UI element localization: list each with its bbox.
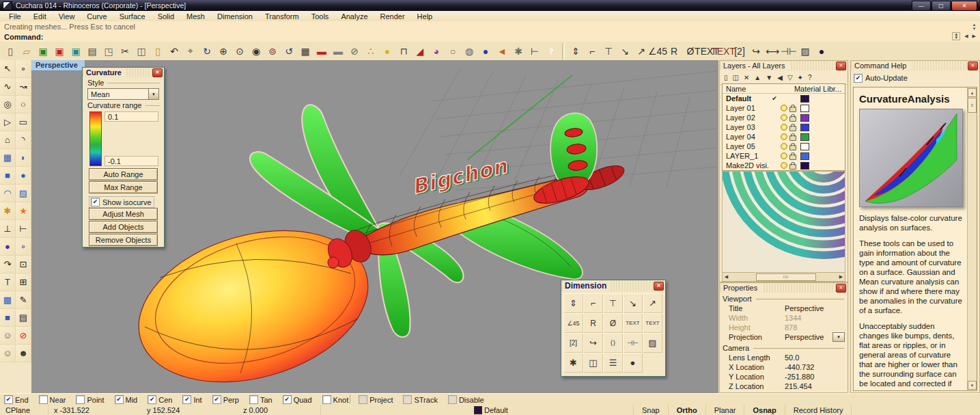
- material-column-header[interactable]: Material Libr...: [794, 85, 841, 93]
- minimize-button[interactable]: —: [912, 1, 931, 11]
- leader-2-icon[interactable]: ↗: [633, 44, 649, 59]
- checkbox-icon[interactable]: [249, 395, 258, 404]
- menu-edit[interactable]: Edit: [27, 11, 53, 21]
- layer-visibility-icon[interactable]: [781, 133, 787, 140]
- export-icon[interactable]: ◳: [100, 44, 117, 59]
- auto-update-checkbox[interactable]: Auto-Update: [851, 70, 979, 83]
- layer-color-swatch[interactable]: [800, 114, 809, 122]
- layer-visibility-icon[interactable]: [781, 162, 787, 169]
- new-layer-icon[interactable]: ▯: [724, 74, 728, 81]
- boolean-difference-icon[interactable]: ∘: [16, 238, 31, 256]
- close-icon[interactable]: ✕: [836, 284, 846, 293]
- color-wheel-icon[interactable]: ◕: [428, 44, 445, 59]
- checkbox-icon[interactable]: [283, 395, 292, 404]
- osnap-toggle[interactable]: Perp: [212, 395, 239, 404]
- layer-tools-icon[interactable]: ✦: [798, 74, 803, 81]
- checkbox-icon[interactable]: [182, 395, 191, 404]
- status-toggle[interactable]: Ortho: [669, 405, 706, 415]
- osnap-toggle[interactable]: Mid: [115, 395, 138, 404]
- paste-icon[interactable]: ▯: [150, 44, 166, 59]
- car-red-icon[interactable]: ▬: [313, 44, 330, 59]
- layers-horizontal-scrollbar[interactable]: ◀ III ▶: [722, 272, 845, 282]
- layer-color-swatch[interactable]: [800, 95, 809, 103]
- lock-icon[interactable]: ⊓: [395, 44, 412, 59]
- osnap-toggle[interactable]: Quad: [283, 395, 312, 404]
- sphere-icon[interactable]: ●: [16, 167, 31, 185]
- layer-row[interactable]: Make2D visi...: [723, 161, 845, 170]
- select-icon[interactable]: ↖: [0, 60, 16, 78]
- layer-lock-icon[interactable]: [789, 107, 796, 112]
- ellipse-icon[interactable]: ○: [16, 96, 31, 113]
- scroll-right-icon[interactable]: ▶: [837, 274, 845, 280]
- boolean-union-icon[interactable]: ●: [0, 238, 16, 256]
- property-value[interactable]: 215.454: [785, 382, 848, 390]
- scrollbar-thumb[interactable]: III: [756, 273, 816, 281]
- osnap-toggle[interactable]: Near: [39, 395, 66, 404]
- pal-dim-radius-icon[interactable]: R: [583, 313, 603, 333]
- osnap-toggle[interactable]: Cen: [148, 395, 172, 404]
- osnap-toggle[interactable]: Disable: [448, 395, 484, 404]
- scroll-down-icon[interactable]: ▼: [968, 381, 977, 390]
- wireframe-sphere-icon[interactable]: ◍: [461, 44, 477, 59]
- layer-color-swatch[interactable]: [800, 152, 809, 160]
- checkbox-icon[interactable]: [448, 395, 457, 404]
- command-prev-icon[interactable]: ◀: [964, 34, 968, 39]
- layer-color-swatch[interactable]: [800, 143, 809, 150]
- ghosted-view-icon[interactable]: ○: [445, 44, 461, 59]
- filter-icon[interactable]: ▽: [787, 74, 793, 81]
- pal-dim-vertical-icon[interactable]: ⇕: [563, 293, 583, 313]
- property-value[interactable]: 1344: [785, 314, 848, 322]
- pal-dim-horizontal-icon[interactable]: ⌐: [583, 293, 603, 313]
- scroll-left-icon[interactable]: ◀: [723, 274, 730, 280]
- layer-row[interactable]: Layer 04: [723, 132, 845, 142]
- point-cloud-icon[interactable]: ∴: [363, 44, 379, 59]
- close-button[interactable]: ✕: [951, 1, 977, 11]
- layer-visibility-icon[interactable]: [781, 114, 787, 121]
- layer-color-swatch[interactable]: [800, 124, 809, 131]
- help-scrollbar[interactable]: ▲ ≡ ▼: [967, 88, 977, 390]
- detail-icon[interactable]: ▤: [16, 309, 31, 327]
- pal-text-block-icon[interactable]: TEXT: [623, 313, 643, 333]
- print-icon[interactable]: ▤: [84, 44, 100, 59]
- dim-radius-icon[interactable]: R: [666, 44, 682, 59]
- pal-dim-tolerance-icon[interactable]: ⊣⊢: [623, 333, 643, 353]
- checkbox-icon[interactable]: [854, 74, 863, 83]
- style-dropdown[interactable]: Mean ▼: [87, 88, 159, 100]
- viewport-title-tab[interactable]: Perspective: [31, 60, 85, 71]
- pal-edit-text-icon[interactable]: TEXT: [643, 313, 662, 333]
- layer-row[interactable]: Default ✔: [723, 94, 845, 103]
- move-layer-down-icon[interactable]: ▼: [766, 74, 772, 81]
- help-content[interactable]: CurvatureAnalysis: [853, 87, 977, 391]
- layer-row[interactable]: Layer 02: [723, 113, 845, 122]
- viewport-layout-icon[interactable]: ▦: [297, 44, 313, 59]
- save-icon[interactable]: ▣: [35, 44, 51, 59]
- point-icon[interactable]: ∘: [16, 60, 31, 78]
- pal-leader-2-icon[interactable]: ↗: [643, 293, 662, 313]
- torus-icon[interactable]: ◠: [0, 185, 16, 202]
- layer-row[interactable]: Layer 01: [723, 103, 845, 113]
- box-icon[interactable]: ■: [0, 167, 16, 185]
- close-icon[interactable]: ✕: [654, 282, 664, 291]
- flow-icon[interactable]: ⊡: [16, 256, 31, 273]
- osnap-toggle[interactable]: Project: [359, 395, 393, 404]
- spark-icon[interactable]: ★: [16, 202, 31, 220]
- adjust-mesh-button[interactable]: Adjust Mesh: [89, 208, 158, 220]
- checkbox-icon[interactable]: [148, 395, 156, 404]
- array-icon[interactable]: ⊞: [16, 273, 31, 291]
- close-icon[interactable]: ✕: [836, 62, 846, 70]
- zoom-dynamic-icon[interactable]: ⊙: [232, 44, 248, 59]
- pal-make-2d-icon[interactable]: ◫: [583, 353, 603, 373]
- rectangle-icon[interactable]: ▭: [16, 113, 31, 131]
- dim-angle-icon[interactable]: ∠45: [649, 44, 666, 59]
- mesh-icon[interactable]: ▦: [0, 149, 16, 167]
- property-value[interactable]: Perspective: [785, 304, 848, 312]
- dim-tolerance-icon[interactable]: ⊣⊢: [781, 44, 797, 59]
- checkbox-icon[interactable]: [115, 395, 124, 404]
- rotate-view-icon[interactable]: ↻: [199, 44, 215, 59]
- status-toggle[interactable]: Osnap: [744, 405, 785, 415]
- chevron-down-icon[interactable]: ▼: [832, 332, 845, 342]
- pal-dim-ordinate-icon[interactable]: [2]: [563, 333, 583, 353]
- status-toggle[interactable]: Snap: [634, 405, 669, 415]
- layer-lock-icon[interactable]: [789, 135, 796, 141]
- show-object-icon[interactable]: ☺: [0, 345, 16, 362]
